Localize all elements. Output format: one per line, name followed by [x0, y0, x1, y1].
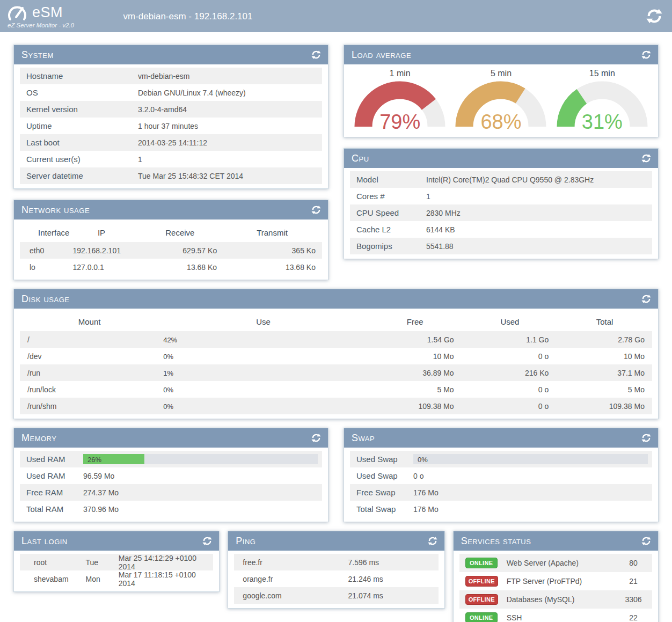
table-row: Used RAM 26%	[20, 451, 322, 467]
last-login-panel: Last login root Tue Mar 25 14:12:29 +010…	[13, 531, 220, 592]
table-row: ModelIntel(R) Core(TM)2 Quad CPU Q9550 @…	[350, 171, 652, 188]
load-gauge-15min: 15 min 31%	[554, 69, 650, 129]
system-panel-title: System	[21, 49, 54, 61]
app-tagline: eZ Server Monitor - v2.0	[8, 22, 130, 28]
table-row: OFFLINE FTP Server (ProFTPd) 21	[459, 572, 652, 590]
table-row: Used RAM96.59 Mo	[20, 467, 322, 484]
cpu-panel: Cpu ModelIntel(R) Core(TM)2 Quad CPU Q95…	[344, 148, 659, 259]
load-gauge-1min: 1 min 79%	[352, 69, 448, 129]
table-row: Last boot2014-03-25 14:11:12	[20, 134, 322, 151]
table-row: orange.fr 21.246 ms	[234, 570, 438, 587]
table-row: shevabam Mon Mar 17 11:18:15 +0100 2014	[20, 570, 213, 587]
table-row: free.fr 7.596 ms	[234, 554, 438, 570]
table-row: Free RAM274.37 Mo	[20, 484, 322, 501]
cpu-refresh-icon[interactable]	[641, 153, 652, 164]
status-badge: ONLINE	[465, 558, 498, 568]
system-panel: System Hostnamevm-debian-esm OSDebian GN…	[13, 45, 328, 189]
table-row: root Tue Mar 25 14:12:29 +0100 2014	[20, 554, 213, 570]
app-logo-text: eSM	[32, 4, 63, 21]
load-gauge-5min: 5 min 68%	[453, 69, 549, 129]
memory-usage-bar: 26%	[83, 454, 318, 464]
table-row: /run/lock 0% 5 Mo 0 o 5 Mo	[20, 381, 652, 398]
ping-refresh-icon[interactable]	[427, 536, 438, 546]
disk-table-header: Mount Use Free Used Total	[20, 312, 652, 331]
services-refresh-icon[interactable]	[641, 536, 652, 546]
memory-panel: Memory Used RAM 26% Used RAM96.59 Mo Fre…	[13, 428, 328, 522]
refresh-all-icon[interactable]	[645, 7, 663, 25]
table-row: Total Swap176 Mo	[350, 501, 652, 517]
table-row: google.com 21.074 ms	[234, 587, 438, 604]
network-table-header: Interface IP Receive Transmit	[20, 223, 322, 242]
table-row: Uptime1 hour 37 minutes	[20, 118, 322, 134]
swap-panel-title: Swap	[352, 433, 375, 444]
disk-refresh-icon[interactable]	[641, 294, 652, 304]
table-row: Free Swap176 Mo	[350, 484, 652, 501]
table-row: /run 1% 36.89 Mo 216 Ko 37.1 Mo	[20, 364, 652, 381]
services-status-panel: Services status ONLINE Web Server (Apach…	[453, 531, 659, 622]
disk-panel-title: Disk usage	[21, 294, 69, 305]
top-header-bar: eSM eZ Server Monitor - v2.0 vm-debian-e…	[0, 0, 672, 32]
status-badge: OFFLINE	[465, 576, 498, 587]
table-row: ONLINE SSH 22	[459, 609, 652, 622]
load-refresh-icon[interactable]	[641, 49, 652, 60]
table-row: OSDebian GNU/Linux 7.4 (wheezy)	[20, 84, 322, 101]
table-row: Cache L26144 KB	[350, 221, 652, 238]
table-row: /dev 0% 10 Mo 0 o 10 Mo	[20, 348, 652, 364]
table-row: Current user(s)1	[20, 151, 322, 167]
load-average-panel: Load average 1 min 79%	[344, 45, 659, 137]
cpu-panel-title: Cpu	[352, 153, 369, 164]
ping-panel-title: Ping	[236, 536, 255, 547]
swap-refresh-icon[interactable]	[641, 433, 652, 443]
memory-panel-title: Memory	[21, 433, 56, 444]
table-row: /run/shm 0% 109.38 Mo 0 o 109.38 Mo	[20, 398, 652, 414]
table-row: Kernel version3.2.0-4-amd64	[20, 101, 322, 118]
last-login-refresh-icon[interactable]	[202, 536, 213, 546]
disk-usage-panel: Disk usage Mount Use Free Used Total / 4…	[13, 289, 659, 419]
table-row: Server datetimeTue Mar 25 15:48:32 CET 2…	[20, 167, 322, 184]
services-panel-title: Services status	[461, 536, 531, 547]
swap-panel: Swap Used Swap 0% Used Swap0 o Free Swap…	[344, 428, 659, 522]
table-row: Used Swap 0%	[350, 451, 652, 467]
ping-panel: Ping free.fr 7.596 ms orange.fr 21.246 m…	[228, 531, 444, 609]
table-row: Used Swap0 o	[350, 467, 652, 484]
swap-usage-bar: 0%	[413, 454, 648, 464]
network-refresh-icon[interactable]	[311, 204, 322, 215]
table-row: Hostnamevm-debian-esm	[20, 68, 322, 84]
table-row: Total RAM370.96 Mo	[20, 501, 322, 517]
load-panel-title: Load average	[352, 49, 411, 61]
table-row: lo 127.0.0.1 13.68 Ko 13.68 Ko	[20, 259, 322, 275]
table-row: / 42% 1.54 Go 1.1 Go 2.78 Go	[20, 331, 652, 348]
table-row: OFFLINE Databases (MySQL) 3306	[459, 590, 652, 609]
last-login-panel-title: Last login	[21, 536, 68, 547]
system-refresh-icon[interactable]	[311, 49, 322, 60]
page-title: vm-debian-esm - 192.168.2.101	[64, 11, 311, 22]
status-badge: ONLINE	[465, 612, 498, 622]
table-row: eth0 192.168.2.101 629.57 Ko 365 Ko	[20, 242, 322, 259]
status-badge: OFFLINE	[465, 594, 498, 605]
table-row: ONLINE Web Server (Apache) 80	[459, 554, 652, 572]
table-row: Bogomips5541.88	[350, 238, 652, 254]
memory-refresh-icon[interactable]	[311, 433, 322, 443]
speedometer-icon	[6, 4, 28, 21]
network-panel-title: Network usage	[21, 204, 90, 216]
table-row: CPU Speed2830 MHz	[350, 204, 652, 221]
table-row: Cores #1	[350, 188, 652, 204]
network-usage-panel: Network usage Interface IP Receive Trans…	[13, 200, 328, 280]
